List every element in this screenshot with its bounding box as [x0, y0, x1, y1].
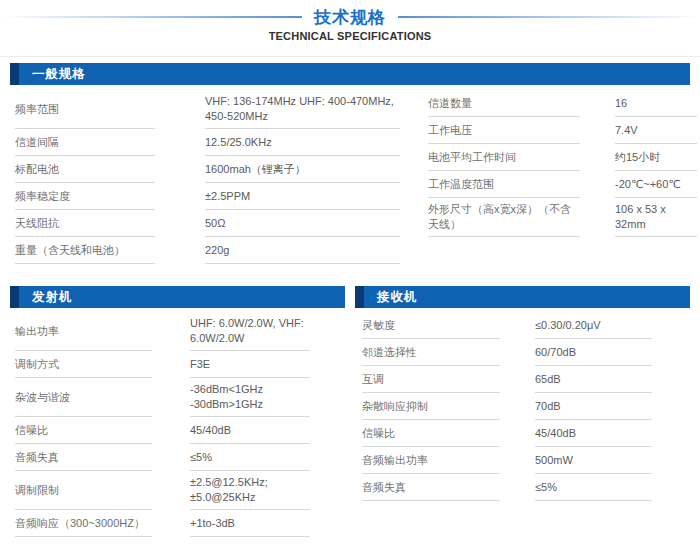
table-row: 天线阻抗 50Ω — [15, 210, 400, 237]
spec-label: 杂波与谐波 — [15, 378, 152, 417]
table-row: 电池平均工作时间 约15小时 — [428, 144, 697, 171]
table-row: 频率范围 VHF: 136-174MHz UHF: 400-470MHz, 45… — [15, 90, 400, 129]
spec-value: ≤0.30/0.20μV — [535, 312, 652, 339]
spec-value: ±2.5PPM — [205, 183, 400, 210]
table-row: 频率稳定度 ±2.5PPM — [15, 183, 400, 210]
spec-label: 信道数量 — [428, 90, 580, 117]
spec-value: ≤5% — [535, 474, 652, 501]
title-divider-left — [0, 16, 302, 18]
spec-value: 约15小时 — [615, 144, 697, 171]
section-title-general: 一般规格 — [32, 66, 86, 83]
table-row: 信道间隔 12.5/25.0KHz — [15, 129, 400, 156]
content-top-divider — [0, 56, 700, 57]
general-right-column: 信道数量 16 工作电压 7.4V 电池平均工作时间 约15小时 工作温度范围 … — [428, 90, 697, 264]
spec-label: 邻道选择性 — [362, 339, 500, 366]
table-row: 标配电池 1600mah（锂离子） — [15, 156, 400, 183]
spec-value: 50Ω — [205, 210, 400, 237]
table-row: 杂散响应抑制 70dB — [362, 393, 690, 420]
general-left-column: 频率范围 VHF: 136-174MHz UHF: 400-470MHz, 45… — [15, 90, 400, 264]
spec-label: 重量（含天线和电池） — [15, 237, 155, 264]
spec-label: 互调 — [362, 366, 500, 393]
spec-label: 输出功率 — [15, 312, 152, 351]
page-title: 技术规格 — [302, 6, 398, 29]
section-title-transmitter: 发射机 — [32, 289, 73, 306]
table-row: 杂波与谐波 -36dBm<1GHz -30dBm>1GHz — [15, 378, 345, 417]
spec-label: 标配电池 — [15, 156, 155, 183]
section-header-transmitter: 发射机 — [10, 286, 345, 308]
table-row: 邻道选择性 60/70dB — [362, 339, 690, 366]
page-header: 技术规格 TECHNICAL SPECIFICATIONS — [0, 0, 700, 42]
table-row: 信噪比 45/40dB — [362, 420, 690, 447]
spec-value: ±2.5@12.5KHz; ±5.0@25KHz — [190, 471, 310, 510]
spec-value: 45/40dB — [535, 420, 652, 447]
spec-value: VHF: 136-174MHz UHF: 400-470MHz, 450-520… — [205, 90, 400, 129]
spec-label: 频率范围 — [15, 90, 155, 129]
spec-value: 7.4V — [615, 117, 697, 144]
page-subtitle: TECHNICAL SPECIFICATIONS — [0, 30, 700, 42]
section-accent-square — [10, 63, 19, 85]
spec-value: ≤5% — [190, 444, 310, 471]
spec-label: 音频失真 — [15, 444, 152, 471]
spec-label: 音频失真 — [362, 474, 500, 501]
spec-value: 500mW — [535, 447, 652, 474]
spec-value: +1to-3dB — [190, 510, 310, 537]
spec-value: F3E — [190, 351, 310, 378]
spec-value: 220g — [205, 237, 400, 264]
spec-value: 60/70dB — [535, 339, 652, 366]
section-accent-square — [10, 286, 19, 308]
table-row: 输出功率 UHF: 6.0W/2.0W, VHF: 6.0W/2.0W — [15, 312, 345, 351]
title-divider-right — [398, 16, 700, 18]
table-row: 音频输出功率 500mW — [362, 447, 690, 474]
spec-label: 外形尺寸（高x宽x深）（不含天线） — [428, 198, 580, 237]
spec-value: 1600mah（锂离子） — [205, 156, 400, 183]
spec-label: 信噪比 — [362, 420, 500, 447]
table-row: 重量（含天线和电池） 220g — [15, 237, 400, 264]
table-row: 信噪比 45/40dB — [15, 417, 345, 444]
spec-label: 音频响应（300~3000HZ） — [15, 510, 152, 537]
spec-value: 65dB — [535, 366, 652, 393]
spec-label: 电池平均工作时间 — [428, 144, 580, 171]
receiver-spec-table: 灵敏度 ≤0.30/0.20μV 邻道选择性 60/70dB 互调 65dB 杂… — [355, 312, 690, 537]
section-title-receiver: 接收机 — [377, 289, 418, 306]
spec-label: 音频输出功率 — [362, 447, 500, 474]
table-row: 工作电压 7.4V — [428, 117, 697, 144]
twin-section-headers: 发射机 接收机 — [10, 286, 690, 308]
general-spec-table: 频率范围 VHF: 136-174MHz UHF: 400-470MHz, 45… — [15, 90, 700, 264]
transmitter-spec-table: 输出功率 UHF: 6.0W/2.0W, VHF: 6.0W/2.0W 调制方式… — [10, 312, 345, 537]
table-row: 灵敏度 ≤0.30/0.20μV — [362, 312, 690, 339]
spec-value: 106 x 53 x 32mm — [615, 198, 697, 237]
spec-value: -20℃~+60℃ — [615, 171, 697, 198]
table-row: 互调 65dB — [362, 366, 690, 393]
spec-label: 工作温度范围 — [428, 171, 580, 198]
spec-value: 70dB — [535, 393, 652, 420]
spec-value: 45/40dB — [190, 417, 310, 444]
section-header-general: 一般规格 — [10, 63, 690, 85]
spec-label: 杂散响应抑制 — [362, 393, 500, 420]
table-row: 音频失真 ≤5% — [362, 474, 690, 501]
spec-value: 16 — [615, 90, 697, 117]
section-accent-square — [355, 286, 364, 308]
spec-page: 技术规格 TECHNICAL SPECIFICATIONS 一般规格 频率范围 … — [0, 0, 700, 548]
spec-label: 调制限制 — [15, 471, 152, 510]
table-row: 调制限制 ±2.5@12.5KHz; ±5.0@25KHz — [15, 471, 345, 510]
table-row: 外形尺寸（高x宽x深）（不含天线） 106 x 53 x 32mm — [428, 198, 697, 237]
table-row: 调制方式 F3E — [15, 351, 345, 378]
spec-value: UHF: 6.0W/2.0W, VHF: 6.0W/2.0W — [190, 312, 310, 351]
spec-label: 天线阻抗 — [15, 210, 155, 237]
page-title-row: 技术规格 — [0, 6, 700, 28]
spec-label: 频率稳定度 — [15, 183, 155, 210]
spec-value: -36dBm<1GHz -30dBm>1GHz — [190, 378, 310, 417]
table-row: 信道数量 16 — [428, 90, 697, 117]
spec-label: 调制方式 — [15, 351, 152, 378]
table-row: 音频失真 ≤5% — [15, 444, 345, 471]
spec-value: 12.5/25.0KHz — [205, 129, 400, 156]
spec-label: 灵敏度 — [362, 312, 500, 339]
spec-label: 信道间隔 — [15, 129, 155, 156]
twin-section-tables: 输出功率 UHF: 6.0W/2.0W, VHF: 6.0W/2.0W 调制方式… — [10, 312, 690, 537]
table-row: 工作温度范围 -20℃~+60℃ — [428, 171, 697, 198]
table-row: 音频响应（300~3000HZ） +1to-3dB — [15, 510, 345, 537]
spec-label: 工作电压 — [428, 117, 580, 144]
spec-label: 信噪比 — [15, 417, 152, 444]
section-header-receiver: 接收机 — [355, 286, 690, 308]
